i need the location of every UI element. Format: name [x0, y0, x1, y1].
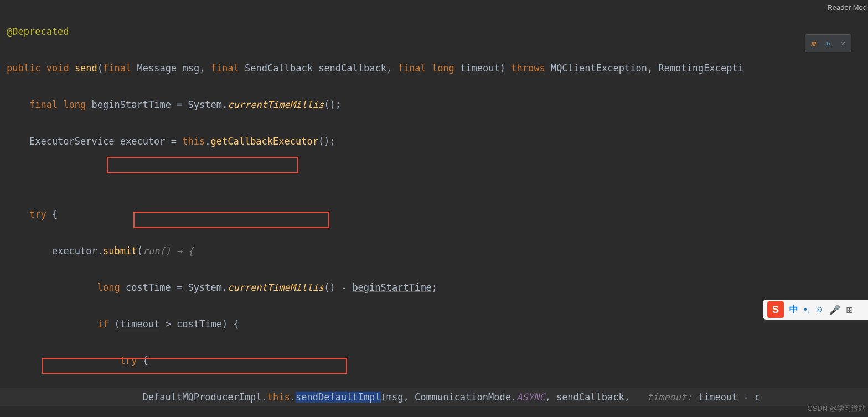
close-icon[interactable]: ✕ — [841, 39, 845, 48]
highlight-box-catch-inner — [133, 212, 329, 228]
code-editor[interactable]: @Deprecated public void send(final Messa… — [0, 0, 868, 417]
highlight-box-catch-outer — [42, 358, 347, 374]
ime-toolbar[interactable]: S 中 •, ☺ 🎤 ⊞ — [763, 300, 868, 320]
refresh-icon[interactable]: ↻ — [826, 40, 830, 47]
selected-text: sendDefaultImpl — [296, 392, 381, 403]
ime-mic-icon[interactable]: 🎤 — [829, 305, 840, 315]
highlight-box-if — [107, 157, 298, 173]
ime-emoji-icon[interactable]: ☺ — [815, 305, 824, 315]
annotation-deprecated: @Deprecated — [7, 26, 69, 37]
csdn-watermark: CSDN @学习微站 — [807, 404, 866, 414]
ime-more-icon[interactable]: ⊞ — [846, 305, 853, 315]
floating-tool-widget[interactable]: m ↻ ✕ — [805, 34, 851, 52]
maven-icon[interactable]: m — [811, 39, 815, 48]
ime-lang-toggle[interactable]: 中 — [789, 304, 798, 316]
ime-punct-icon[interactable]: •, — [804, 305, 809, 315]
sogou-icon[interactable]: S — [767, 301, 784, 318]
